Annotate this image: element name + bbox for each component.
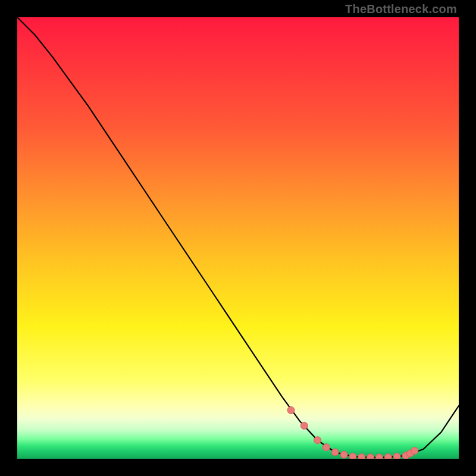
chart-frame: TheBottleneck.com xyxy=(0,0,476,476)
watermark-text: TheBottleneck.com xyxy=(345,2,457,16)
plot-area xyxy=(17,17,459,459)
